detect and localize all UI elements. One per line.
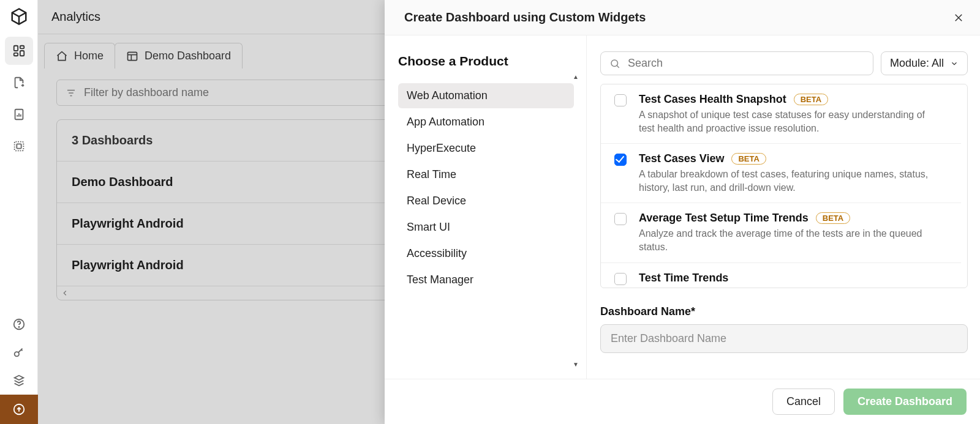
widget-title: Average Test Setup Time Trends xyxy=(639,212,809,225)
product-item[interactable]: Accessibility xyxy=(398,241,574,266)
chevron-down-icon xyxy=(950,59,959,68)
product-item[interactable]: App Automation xyxy=(398,110,574,135)
product-item[interactable]: Smart UI xyxy=(398,215,574,240)
product-column: Choose a Product ▲ Web AutomationApp Aut… xyxy=(385,35,587,379)
modal-title: Create Dashboard using Custom Widgets xyxy=(404,10,646,24)
rail-item-upgrade[interactable] xyxy=(0,395,38,424)
widget-search[interactable] xyxy=(600,51,873,75)
left-rail xyxy=(0,0,38,424)
widget-row: Test Cases ViewBETAA tabular breakdown o… xyxy=(601,144,961,203)
widget-description: A tabular breakdown of test cases, featu… xyxy=(639,168,933,194)
widget-checkbox[interactable] xyxy=(614,273,627,285)
svg-rect-6 xyxy=(17,144,21,148)
dashboard-name-input[interactable] xyxy=(600,324,968,353)
svg-rect-2 xyxy=(20,51,23,56)
widget-description: Track the duration of test executions ov… xyxy=(639,287,933,288)
widget-row: Average Test Setup Time TrendsBETAAnalyz… xyxy=(601,203,961,262)
brand-logo xyxy=(10,7,28,26)
widget-search-input[interactable] xyxy=(628,57,864,70)
create-dashboard-modal: Create Dashboard using Custom Widgets Ch… xyxy=(385,0,980,424)
choose-product-heading: Choose a Product xyxy=(398,54,574,69)
cancel-button[interactable]: Cancel xyxy=(772,389,835,415)
svg-point-12 xyxy=(611,60,618,67)
beta-badge: BETA xyxy=(816,212,850,224)
chevron-up-icon[interactable]: ▲ xyxy=(573,73,579,80)
widget-list[interactable]: Test Cases Health SnapshotBETAA snapshot… xyxy=(601,84,967,288)
widget-row: Test Time TrendsTrack the duration of te… xyxy=(601,263,961,288)
svg-point-8 xyxy=(18,327,19,327)
widget-checkbox[interactable] xyxy=(614,154,627,166)
rail-item-layout[interactable] xyxy=(5,132,33,160)
main-area: Analytics Home Demo Dashboard Filter xyxy=(38,0,980,424)
close-button[interactable] xyxy=(953,12,964,23)
product-item[interactable]: Test Manager xyxy=(398,267,574,292)
widget-description: A snapshot of unique test case statuses … xyxy=(639,108,933,135)
product-item[interactable]: Real Time xyxy=(398,162,574,187)
widget-title: Test Cases View xyxy=(639,152,724,165)
widget-checkbox[interactable] xyxy=(614,213,627,225)
product-item[interactable]: Web Automation xyxy=(398,83,574,108)
rail-item-stack[interactable] xyxy=(5,366,33,395)
product-item[interactable]: HyperExecute xyxy=(398,136,574,161)
svg-point-9 xyxy=(14,352,18,356)
rail-item-keys[interactable] xyxy=(5,338,33,366)
close-icon xyxy=(953,12,964,23)
rail-item-export[interactable] xyxy=(5,69,33,97)
module-filter-label: Module: All xyxy=(890,57,944,70)
widget-title: Test Cases Health Snapshot xyxy=(639,93,786,106)
beta-badge: BETA xyxy=(731,153,766,165)
dashboard-name-label: Dashboard Name* xyxy=(600,305,695,318)
svg-rect-5 xyxy=(14,142,23,151)
rail-item-dashboards[interactable] xyxy=(5,37,33,65)
beta-badge: BETA xyxy=(794,94,828,105)
search-icon xyxy=(609,58,620,69)
widget-title: Test Time Trends xyxy=(639,272,728,285)
product-item[interactable]: Real Device xyxy=(398,188,574,214)
rail-item-help[interactable] xyxy=(5,310,33,338)
widget-description: Analyze and track the average time of th… xyxy=(639,227,933,253)
svg-rect-1 xyxy=(20,46,23,49)
module-filter[interactable]: Module: All xyxy=(881,51,968,75)
widget-column: Module: All Test Cases Health SnapshotBE… xyxy=(587,35,980,379)
svg-rect-3 xyxy=(13,53,17,56)
create-dashboard-button[interactable]: Create Dashboard xyxy=(843,389,967,415)
svg-rect-0 xyxy=(13,46,17,51)
widget-row: Test Cases Health SnapshotBETAA snapshot… xyxy=(601,84,961,144)
rail-item-reports[interactable] xyxy=(5,100,33,128)
chevron-down-icon[interactable]: ▼ xyxy=(573,361,579,368)
widget-checkbox[interactable] xyxy=(614,94,627,106)
